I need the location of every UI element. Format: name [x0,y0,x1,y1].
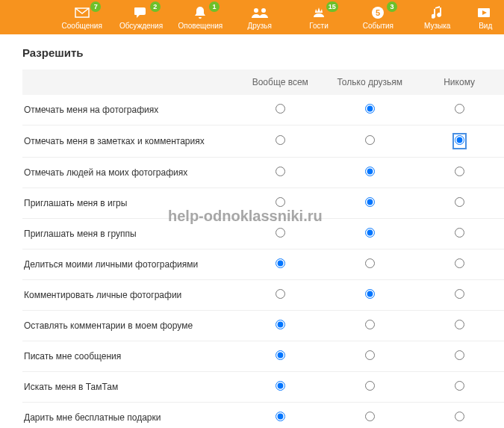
radio-friends[interactable] [365,104,375,114]
cell-friends [325,403,414,429]
cell-friends [325,219,414,249]
cell-all [235,341,325,372]
radio-all[interactable] [276,228,285,238]
nav-item-video[interactable]: Вид [467,0,504,34]
nav-item-guests[interactable]: 15Гости [289,0,348,34]
radio-friends[interactable] [365,228,375,238]
radio-friends[interactable] [365,320,375,329]
video-icon [477,5,494,20]
radio-all[interactable] [276,289,285,299]
setting-label: Делиться моими личными фотографиями [22,249,235,280]
cell-all [235,311,325,341]
nav-badge: 2 [150,1,161,12]
nav-label: Гости [309,22,328,30]
table-row: Приглашать меня в игры [22,188,504,219]
cell-all [235,403,325,429]
setting-label: Отмечать меня в заметках и комментариях [22,125,235,158]
radio-nobody[interactable] [455,381,464,391]
radio-nobody[interactable] [455,320,464,329]
nav-badge: 3 [387,1,397,12]
radio-nobody[interactable] [455,412,464,421]
setting-label: Отмечать людей на моих фотографиях [22,158,235,188]
svg-point-0 [254,8,258,13]
column-header-all: Вообще всем [235,69,325,95]
cell-all [235,219,325,249]
radio-nobody[interactable] [455,167,464,176]
setting-label: Приглашать меня в игры [22,188,235,219]
nav-label: Сообщения [62,22,102,30]
nav-item-mail[interactable]: 7Сообщения [52,0,111,34]
radio-friends[interactable] [365,135,375,145]
table-row: Отмечать людей на моих фотографиях [22,158,504,188]
nav-item-chat[interactable]: 2Обсуждения [111,0,170,34]
cell-friends [325,311,414,341]
table-row: Искать меня в ТамТам [22,372,504,403]
nav-label: Вид [479,22,492,30]
cell-all [235,372,325,403]
cell-nobody [414,403,504,429]
radio-nobody[interactable] [455,350,464,360]
radio-friends[interactable] [365,258,375,268]
table-row: Дарить мне бесплатные подарки [22,403,504,429]
section-title: Разрешить [22,42,504,69]
radio-friends[interactable] [365,381,375,391]
cell-friends [325,95,414,125]
radio-all[interactable] [276,258,285,268]
music-icon [432,5,444,20]
cell-all [235,280,325,311]
radio-all[interactable] [276,197,285,207]
table-row: Комментировать личные фотографии [22,280,504,311]
cell-nobody [414,280,504,311]
column-header-nobody: Никому [414,69,504,95]
radio-nobody[interactable] [455,135,464,145]
top-navigation: 7Сообщения2Обсуждения1ОповещенияДрузья15… [0,0,504,34]
cell-friends [325,280,414,311]
setting-label: Дарить мне бесплатные подарки [22,403,235,429]
cell-nobody [414,311,504,341]
table-row: Приглашать меня в группы [22,219,504,249]
nav-label: События [363,22,393,30]
radio-all[interactable] [276,104,285,114]
cell-nobody [414,158,504,188]
friends-icon [251,5,269,20]
radio-nobody[interactable] [455,289,464,299]
cell-nobody [414,372,504,403]
radio-all[interactable] [276,381,285,391]
radio-nobody[interactable] [455,104,464,114]
radio-friends[interactable] [365,350,375,360]
radio-friends[interactable] [365,197,375,207]
radio-nobody[interactable] [455,197,464,207]
guests-icon [311,5,326,20]
nav-badge: 15 [326,1,338,12]
svg-text:5: 5 [376,8,380,17]
cell-all [235,95,325,125]
nav-label: Обсуждения [119,22,163,30]
nav-item-friends[interactable]: Друзья [230,0,289,34]
cell-friends [325,372,414,403]
cell-all [235,188,325,219]
nav-item-music[interactable]: Музыка [408,0,467,34]
nav-item-events[interactable]: 35События [349,0,408,34]
radio-all[interactable] [276,350,285,360]
cell-all [235,249,325,280]
setting-label: Оставлять комментарии в моем форуме [22,311,235,341]
radio-nobody[interactable] [455,228,464,238]
radio-all[interactable] [276,412,285,421]
table-row: Отмечать меня на фотографиях [22,95,504,125]
column-header-friends: Только друзьям [325,69,414,95]
radio-friends[interactable] [365,167,375,176]
chat-icon [134,5,149,20]
svg-point-1 [261,8,266,13]
radio-all[interactable] [276,320,285,329]
radio-nobody[interactable] [455,258,464,268]
table-row: Оставлять комментарии в моем форуме [22,311,504,341]
cell-friends [325,125,414,158]
radio-friends[interactable] [365,412,375,421]
nav-item-bell[interactable]: 1Оповещения [171,0,230,34]
table-row: Делиться моими личными фотографиями [22,249,504,280]
radio-friends[interactable] [365,289,375,299]
cell-nobody [414,249,504,280]
radio-all[interactable] [276,167,285,176]
radio-all[interactable] [276,135,285,145]
table-row: Отмечать меня в заметках и комментариях [22,125,504,158]
